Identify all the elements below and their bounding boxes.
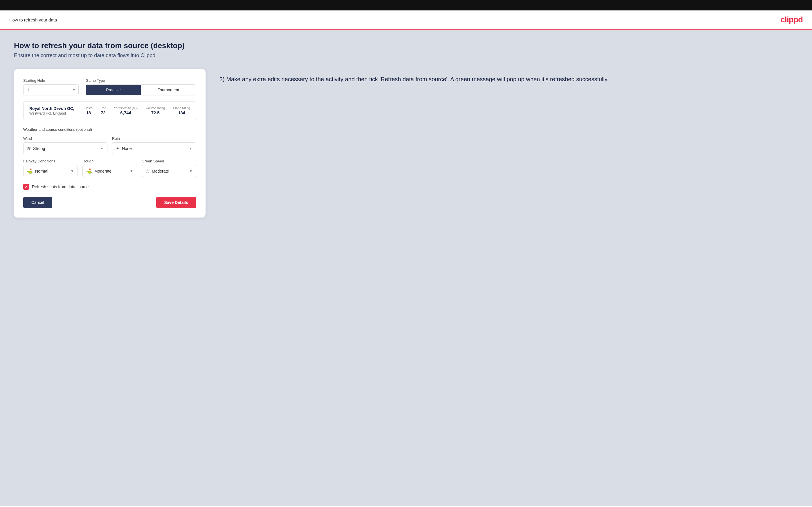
rain-select[interactable]: ✦ None ▼ (112, 143, 196, 154)
starting-hole-select[interactable]: 1 10 (23, 84, 79, 96)
wind-icon: ≋ (27, 146, 31, 151)
wind-select[interactable]: ≋ Strong ▼ (23, 143, 107, 154)
weather-section-label: Weather and course conditions (optional) (23, 127, 196, 132)
game-type-group: Game Type Practice Tournament (86, 78, 196, 96)
holes-value: 18 (86, 110, 91, 115)
rain-icon: ✦ (116, 146, 119, 151)
content-area: Starting Hole 1 10 ▼ Game Type Practice … (14, 69, 798, 218)
course-rating-stat: Course rating 72.5 (146, 106, 165, 115)
row-hole-gametype: Starting Hole 1 10 ▼ Game Type Practice … (23, 78, 196, 96)
green-speed-value: Moderate (152, 169, 189, 173)
par-stat: Par 72 (101, 106, 106, 115)
logo: clippd (781, 15, 803, 24)
refresh-checkbox-row: Refresh shots from data source (23, 184, 196, 190)
button-row: Cancel Save Details (23, 196, 196, 208)
page-subtitle: Ensure the correct and most up to date d… (14, 53, 798, 59)
course-rating-value: 72.5 (151, 110, 160, 115)
top-bar (0, 0, 812, 10)
game-type-label: Game Type (86, 78, 196, 83)
rough-icon: ⛳ (86, 168, 92, 174)
starting-hole-group: Starting Hole 1 10 ▼ (23, 78, 79, 96)
rain-arrow-icon: ▼ (189, 147, 193, 151)
rough-label: Rough (83, 159, 137, 163)
fairway-select[interactable]: ⛳ Normal ▼ (23, 165, 78, 177)
header: How to refresh your data clippd (0, 10, 812, 30)
holes-stat: Holes 18 (85, 106, 93, 115)
course-info-box: Royal North Devon GC, Westward Ho!, Engl… (23, 101, 196, 120)
yards-stat: Yards/White (M)) 6,744 (114, 106, 138, 115)
green-speed-label: Green Speed (142, 159, 196, 163)
rough-value: Moderate (94, 169, 130, 173)
yards-label: Yards/White (M)) (114, 106, 138, 110)
starting-hole-select-wrapper: 1 10 ▼ (23, 84, 79, 96)
rough-arrow-icon: ▼ (130, 169, 133, 173)
practice-button[interactable]: Practice (86, 85, 141, 95)
par-label: Par (101, 106, 106, 110)
refresh-checkbox-label: Refresh shots from data source (32, 184, 89, 189)
course-location: Westward Ho!, England (29, 111, 74, 115)
save-button[interactable]: Save Details (156, 196, 197, 208)
rough-group: Rough ⛳ Moderate ▼ (83, 159, 137, 177)
footer: Copyright Clippd 2022 (0, 506, 812, 507)
course-rating-label: Course rating (146, 106, 165, 110)
header-title: How to refresh your data (9, 17, 57, 22)
side-text: 3) Make any extra edits necessary to the… (219, 75, 798, 83)
fairway-value: Normal (35, 169, 70, 173)
green-speed-arrow-icon: ▼ (189, 169, 193, 173)
par-value: 72 (101, 110, 106, 115)
tournament-button[interactable]: Tournament (141, 85, 196, 95)
side-text-area: 3) Make any extra edits necessary to the… (219, 69, 798, 83)
yards-value: 6,744 (120, 110, 131, 115)
fairway-label: Fairway Conditions (23, 159, 78, 163)
rain-value: None (122, 146, 189, 151)
weather-grid: Wind ≋ Strong ▼ Rain ✦ None ▼ (23, 136, 196, 154)
cancel-button[interactable]: Cancel (23, 196, 52, 208)
slope-rating-stat: Slope rating 134 (173, 106, 190, 115)
refresh-checkbox[interactable] (23, 184, 29, 190)
starting-hole-label: Starting Hole (23, 78, 79, 83)
wind-arrow-icon: ▼ (100, 147, 104, 151)
wind-value: Strong (33, 146, 100, 151)
main-content: How to refresh your data from source (de… (0, 30, 812, 506)
rain-group: Rain ✦ None ▼ (112, 136, 196, 154)
page-title: How to refresh your data from source (de… (14, 41, 798, 50)
slope-rating-value: 134 (178, 110, 185, 115)
slope-rating-label: Slope rating (173, 106, 190, 110)
fairway-arrow-icon: ▼ (70, 169, 74, 173)
course-name: Royal North Devon GC, (29, 106, 74, 111)
holes-label: Holes (85, 106, 93, 110)
fairway-icon: ⛳ (27, 168, 33, 174)
fairway-group: Fairway Conditions ⛳ Normal ▼ (23, 159, 78, 177)
course-name-area: Royal North Devon GC, Westward Ho!, Engl… (29, 106, 74, 115)
course-stats: Holes 18 Par 72 Yards/White (M)) 6,744 C… (85, 106, 190, 115)
wind-label: Wind (23, 136, 107, 141)
wind-group: Wind ≋ Strong ▼ (23, 136, 107, 154)
green-speed-select[interactable]: ◎ Moderate ▼ (142, 165, 196, 177)
game-type-toggle: Practice Tournament (86, 84, 196, 96)
green-speed-group: Green Speed ◎ Moderate ▼ (142, 159, 196, 177)
rain-label: Rain (112, 136, 196, 141)
green-speed-icon: ◎ (145, 168, 150, 174)
rough-select[interactable]: ⛳ Moderate ▼ (83, 165, 137, 177)
form-card: Starting Hole 1 10 ▼ Game Type Practice … (14, 69, 206, 218)
conditions-grid: Fairway Conditions ⛳ Normal ▼ Rough ⛳ Mo… (23, 159, 196, 177)
